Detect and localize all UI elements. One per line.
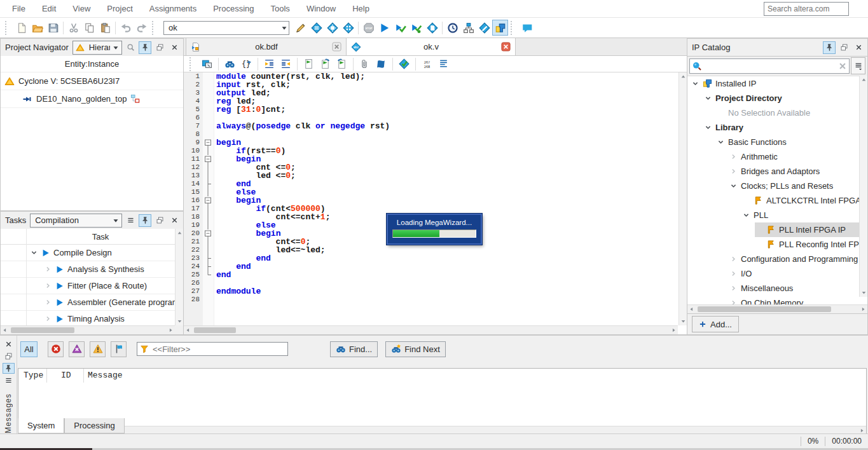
chat-button[interactable] — [519, 20, 535, 36]
tab-close-icon[interactable] — [501, 42, 511, 51]
pin-planner-button[interactable] — [324, 20, 340, 36]
ip-tree-item-altclkctrl-intel-fpga-ip[interactable]: ALTCLKCTRL Intel FPGA IP — [687, 193, 867, 208]
scroll-up-icon[interactable] — [176, 229, 184, 237]
ip-tree-item-miscellaneous[interactable]: Miscellaneous — [687, 281, 867, 296]
flag-filter-button[interactable] — [111, 341, 127, 357]
analysis-synthesis-button[interactable] — [392, 20, 408, 36]
bookmark-toggle-button[interactable] — [301, 57, 316, 71]
panel-pin-button[interactable] — [139, 41, 151, 54]
indent-increase-button[interactable] — [262, 57, 277, 71]
ip-tree-item-on-chip-memory[interactable]: On Chip Memory — [687, 296, 867, 305]
scroll-thumb[interactable] — [194, 327, 236, 333]
scroll-right-icon[interactable] — [167, 326, 175, 334]
fold-margin[interactable] — [203, 196, 214, 205]
chevron-right-icon[interactable] — [44, 298, 52, 306]
ip-tree-item-arithmetic[interactable]: Arithmetic — [687, 149, 867, 164]
scroll-down-icon[interactable] — [860, 289, 868, 297]
chevron-right-icon[interactable] — [44, 265, 52, 273]
panel-close-button[interactable] — [3, 339, 15, 350]
scroll-thumb[interactable] — [698, 306, 831, 312]
code-editor[interactable]: 1module counter(rst, clk, led);2input rs… — [184, 72, 678, 325]
macro-button[interactable] — [374, 57, 389, 71]
assembler-button[interactable] — [424, 20, 440, 36]
save-button[interactable] — [45, 20, 61, 36]
scroll-up-icon[interactable] — [860, 76, 868, 84]
panel-pin-button[interactable] — [3, 363, 15, 374]
messages-filter-box[interactable] — [137, 342, 288, 356]
panel-search-button[interactable] — [124, 41, 137, 54]
menu-item-help[interactable]: Help — [344, 0, 378, 17]
find-next-button[interactable]: Find Next — [385, 341, 446, 357]
ip-tree-item-installed-ip[interactable]: Installed IP — [687, 76, 867, 91]
menu-item-tools[interactable]: Tools — [263, 0, 298, 17]
scroll-right-icon[interactable] — [670, 326, 678, 334]
settings-button[interactable] — [308, 20, 324, 36]
tree-item-cyclone-v-5cseba6u23i7[interactable]: Cyclone V: 5CSEBA6U23I7 — [1, 72, 183, 90]
chevron-right-icon[interactable] — [729, 284, 738, 292]
chevron-down-icon[interactable] — [742, 211, 750, 219]
scroll-left-icon[interactable] — [1, 326, 9, 334]
ip-tree-item-clocks-plls-and-resets[interactable]: Clocks; PLLs and Resets — [687, 179, 867, 193]
chevron-right-icon[interactable] — [44, 282, 52, 290]
ip-tree-item-no-selection-available[interactable]: No Selection Available — [687, 106, 867, 120]
full-screen-button[interactable] — [200, 57, 214, 71]
stop-button[interactable]: STOP — [361, 20, 376, 36]
syntax-check-button[interactable] — [397, 57, 411, 71]
attach-button[interactable] — [357, 57, 372, 71]
panel-close-button[interactable] — [168, 214, 181, 227]
bookmark-next-button[interactable] — [318, 57, 333, 71]
menu-item-assignments[interactable]: Assignments — [141, 0, 205, 17]
ip-tree-item-project-directory[interactable]: Project Directory — [687, 91, 867, 106]
menu-item-view[interactable]: View — [64, 0, 99, 17]
task-row-analysis-synthesis[interactable]: Analysis & Synthesis — [1, 261, 175, 278]
ip-tree-item-bridges-and-adaptors[interactable]: Bridges and Adaptors — [687, 164, 867, 179]
tree-item-de10-nano-golden-top[interactable]: DE10_Nano_golden_top — [1, 90, 183, 108]
panel-restore-button[interactable] — [837, 41, 850, 54]
tab-ok-bdf[interactable]: ok.bdf — [186, 38, 347, 55]
web-search-box[interactable] — [764, 2, 849, 16]
tasks-flow-combobox[interactable]: Compilation — [30, 214, 122, 228]
chevron-right-icon[interactable] — [44, 315, 52, 323]
task-row-fitter-place-route[interactable]: Fitter (Place & Route) — [1, 278, 175, 294]
menu-item-window[interactable]: Window — [298, 0, 344, 17]
match-brace-button[interactable]: {} — [239, 57, 254, 71]
paste-button[interactable] — [97, 20, 113, 36]
panel-restore-button[interactable] — [3, 351, 15, 362]
tasks-horizontal-scrollbar[interactable] — [1, 325, 175, 334]
open-folder-button[interactable] — [29, 20, 45, 36]
messages-all-filter-button[interactable]: All — [20, 341, 38, 357]
align-button[interactable] — [436, 57, 451, 71]
timing-analyzer-button[interactable] — [444, 20, 460, 36]
menu-item-file[interactable]: File — [4, 0, 34, 17]
error-filter-button[interactable] — [48, 341, 64, 357]
panel-menu-button[interactable] — [3, 375, 15, 386]
scroll-left-icon[interactable] — [687, 305, 696, 313]
editor-horizontal-scrollbar[interactable] — [184, 325, 678, 334]
task-row-timing-analysis[interactable]: Timing Analysis — [1, 311, 175, 325]
ip-tree-item-pll[interactable]: PLL — [687, 208, 867, 222]
cut-button[interactable] — [65, 20, 81, 36]
ip-horizontal-scrollbar[interactable] — [687, 304, 867, 313]
undo-button[interactable] — [118, 20, 134, 36]
ip-catalog-button[interactable] — [492, 20, 508, 36]
panel-close-button[interactable] — [168, 41, 181, 54]
critical-filter-button[interactable] — [69, 341, 85, 357]
web-search-input[interactable] — [764, 4, 848, 13]
panel-pin-button[interactable] — [823, 41, 836, 54]
fold-margin[interactable] — [203, 139, 214, 147]
line-count-button[interactable]: 267268 — [420, 57, 434, 71]
project-combobox[interactable]: ok — [163, 21, 289, 35]
ip-tree-item-pll-reconfig-intel-fpg[interactable]: PLL Reconfig Intel FPG — [687, 237, 867, 252]
new-file-button[interactable] — [13, 20, 29, 36]
start-compilation-button[interactable] — [376, 20, 392, 36]
tab-ok-v[interactable]: abcok.v — [347, 38, 516, 55]
indent-decrease-button[interactable] — [279, 57, 293, 71]
menu-item-processing[interactable]: Processing — [205, 0, 262, 17]
tasks-vertical-scrollbar[interactable] — [175, 229, 183, 325]
redo-button[interactable] — [134, 20, 149, 36]
find-button[interactable] — [223, 57, 237, 71]
ip-tree-item-pll-intel-fpga-ip[interactable]: PLL Intel FPGA IP — [687, 222, 867, 237]
scroll-thumb[interactable] — [11, 327, 74, 333]
chevron-down-icon[interactable] — [717, 138, 725, 146]
find-button[interactable]: Find... — [330, 341, 378, 357]
